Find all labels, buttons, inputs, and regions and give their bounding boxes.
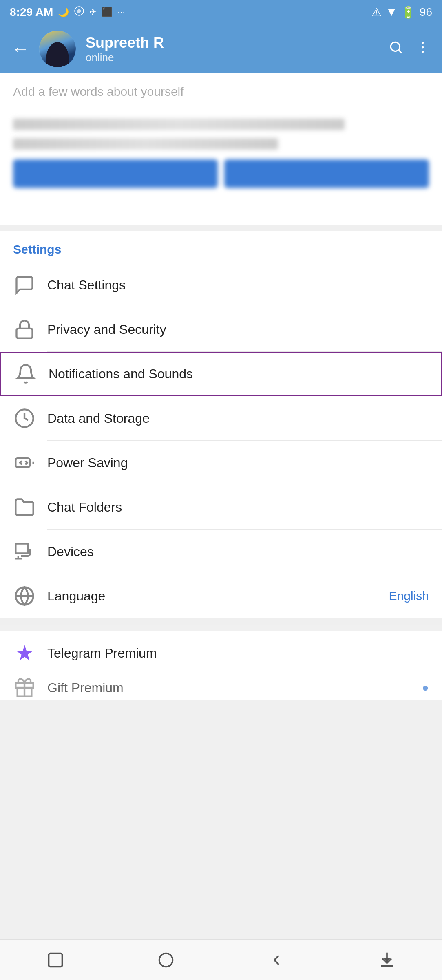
user-status: online <box>86 51 378 64</box>
status-left: 8:29 AM 🌙 ✈ ⬛ ··· <box>10 6 125 19</box>
svg-point-4 <box>422 51 424 53</box>
blurred-btn-1 <box>13 159 218 188</box>
nav-back-button[interactable] <box>260 944 293 976</box>
settings-item-data[interactable]: Data and Storage <box>0 396 442 440</box>
data-label: Data and Storage <box>47 411 429 426</box>
premium-section: ★ Telegram Premium Gift Premium ● <box>0 631 442 700</box>
svg-rect-5 <box>17 329 33 338</box>
star-icon: ★ <box>13 641 36 665</box>
power-label: Power Saving <box>47 455 429 470</box>
settings-item-language[interactable]: Language English <box>0 574 442 618</box>
devices-label: Devices <box>47 544 429 559</box>
premium-label: Telegram Premium <box>47 646 429 661</box>
nav-download-button[interactable] <box>371 944 403 976</box>
svg-point-2 <box>422 42 424 44</box>
settings-item-chat-settings[interactable]: Chat Settings <box>0 263 442 307</box>
settings-item-folders[interactable]: Chat Folders <box>0 485 442 529</box>
settings-section: Settings Chat Settings Privacy and Secur… <box>0 231 442 618</box>
battery-icon: 🔋 <box>401 6 415 19</box>
svg-point-1 <box>391 42 400 51</box>
bio-placeholder: Add a few words about yourself <box>13 85 184 98</box>
notifications-icon <box>14 363 37 384</box>
language-label: Language <box>47 589 389 604</box>
privacy-label: Privacy and Security <box>47 322 429 337</box>
notifications-label: Notifications and Sounds <box>49 366 428 382</box>
battery-level: 96 <box>420 6 432 19</box>
settings-item-devices[interactable]: Devices <box>0 530 442 574</box>
search-button[interactable] <box>388 40 404 59</box>
top-bar: ← Supreeth R online <box>0 24 442 73</box>
status-right: ⚠ ▼ 🔋 96 <box>371 6 432 19</box>
user-name: Supreeth R <box>86 34 378 51</box>
whatsapp-icon <box>74 6 84 19</box>
svg-point-3 <box>422 46 424 48</box>
premium-divider <box>0 618 442 625</box>
dots-icon: ··· <box>117 7 125 18</box>
devices-icon <box>13 541 36 562</box>
language-icon <box>13 585 36 607</box>
settings-title: Settings <box>0 231 442 263</box>
data-icon <box>13 408 36 429</box>
nav-square-button[interactable] <box>39 944 72 976</box>
settings-item-privacy[interactable]: Privacy and Security <box>0 307 442 351</box>
section-divider <box>0 225 442 231</box>
privacy-icon <box>13 319 36 340</box>
bottom-nav <box>0 939 442 980</box>
gift-icon <box>13 677 36 698</box>
blurred-line-1 <box>13 119 345 130</box>
moon-icon: 🌙 <box>58 7 69 18</box>
blurred-btn-2 <box>224 159 429 188</box>
settings-item-power[interactable]: Power Saving <box>0 441 442 485</box>
user-info: Supreeth R online <box>86 34 378 64</box>
folders-label: Chat Folders <box>47 500 429 515</box>
warning-icon: ⚠ <box>371 6 382 19</box>
svg-rect-8 <box>15 544 28 554</box>
settings-item-gift[interactable]: Gift Premium ● <box>0 675 442 700</box>
language-value: English <box>389 589 429 603</box>
wifi-icon: ▼ <box>386 6 397 19</box>
blurred-section <box>0 110 442 225</box>
svg-rect-13 <box>49 953 62 967</box>
chat-settings-icon <box>13 274 36 296</box>
status-time: 8:29 AM <box>10 6 53 19</box>
telegram-icon: ✈ <box>89 7 97 18</box>
folders-icon <box>13 497 36 518</box>
gift-label: Gift Premium <box>47 680 419 695</box>
bio-area[interactable]: Add a few words about yourself <box>0 73 442 110</box>
settings-item-premium[interactable]: ★ Telegram Premium <box>0 631 442 675</box>
power-icon <box>13 452 36 473</box>
status-bar: 8:29 AM 🌙 ✈ ⬛ ··· ⚠ ▼ 🔋 96 <box>0 0 442 24</box>
top-actions <box>388 40 431 59</box>
blurred-line-2 <box>13 138 278 150</box>
blurred-buttons <box>13 159 429 188</box>
chat-settings-label: Chat Settings <box>47 278 429 293</box>
more-button[interactable] <box>415 40 431 59</box>
back-button[interactable]: ← <box>11 40 29 58</box>
layers-icon: ⬛ <box>102 7 113 18</box>
svg-point-14 <box>159 953 172 967</box>
nav-home-button[interactable] <box>150 944 182 976</box>
settings-item-notifications[interactable]: Notifications and Sounds <box>0 352 442 396</box>
avatar <box>39 31 76 67</box>
